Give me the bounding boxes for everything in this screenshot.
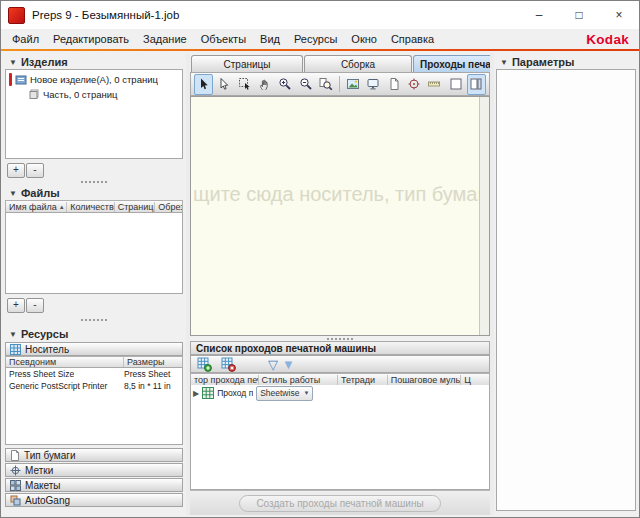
maximize-button[interactable]: □: [559, 1, 599, 29]
products-files-splitter[interactable]: [81, 181, 107, 183]
marquee-icon: [238, 77, 252, 91]
canvas-list-splitter[interactable]: [327, 338, 353, 340]
create-press-runs-button[interactable]: Создать проходы печатной машины: [239, 495, 440, 512]
column-signatures[interactable]: Тетради: [338, 375, 388, 385]
brand-accent-line: [1, 49, 639, 51]
product-icon: [15, 74, 27, 86]
kodak-logo: Kodak: [586, 32, 635, 47]
remove-file-button[interactable]: -: [26, 298, 44, 313]
pan-tool-button[interactable]: [255, 74, 274, 95]
canvas-vertical-scrollbar[interactable]: [479, 97, 489, 335]
window-title: Preps 9 - Безымянный-1.job: [32, 9, 179, 21]
add-press-run-button[interactable]: [194, 355, 214, 373]
files-section-header[interactable]: ▼ Файлы: [9, 187, 60, 199]
monitor-view-button[interactable]: [363, 74, 382, 95]
select-tool-button[interactable]: [194, 74, 213, 95]
menu-item-objects[interactable]: Объекты: [194, 31, 253, 47]
remove-product-button[interactable]: -: [26, 163, 44, 178]
resources-section-header[interactable]: ▼ Ресурсы: [9, 328, 68, 340]
split-view-toggle-button[interactable]: [467, 74, 486, 95]
resources-group-label: Носитель: [25, 344, 69, 355]
files-column-name[interactable]: Имя файла▲: [6, 202, 67, 212]
registration-button[interactable]: [404, 74, 423, 95]
resources-group-label: AutoGang: [25, 495, 70, 506]
menu-item-edit[interactable]: Редактировать: [46, 31, 136, 47]
center-right-splitter[interactable]: [490, 53, 494, 515]
ruler-icon: [427, 77, 441, 91]
page-view-button[interactable]: [384, 74, 403, 95]
zoom-in-tool-button[interactable]: [276, 74, 295, 95]
press-run-row[interactable]: ▶ Проход пе Sheetwise ▼: [191, 385, 489, 401]
zoom-fit-icon: [319, 77, 333, 91]
menu-item-window[interactable]: Окно: [344, 31, 384, 47]
press-run-table-body: ▶ Проход пе Sheetwise ▼: [190, 385, 490, 490]
media-row[interactable]: Generic PostScript Printer 8,5 in * 11 i…: [6, 380, 182, 392]
resources-group-label: Тип бумаги: [24, 450, 76, 461]
products-section-label: Изделия: [21, 56, 68, 68]
tab-label: Проходы печатной машины: [420, 59, 490, 70]
products-section-header[interactable]: ▼ Изделия: [9, 56, 68, 68]
tree-item-product[interactable]: Новое изделие(A), 0 страниц: [6, 70, 182, 86]
resources-group-templates[interactable]: Макеты: [5, 478, 183, 492]
preview-mode-button[interactable]: [343, 74, 362, 95]
move-down-filled-icon[interactable]: ▼: [282, 358, 295, 371]
sort-ascending-icon: ▲: [59, 204, 65, 210]
files-column-trim[interactable]: Обрезк: [155, 202, 182, 212]
add-product-button[interactable]: +: [7, 163, 25, 178]
zoom-in-icon: [278, 77, 292, 91]
tree-item-part[interactable]: Часть, 0 страниц: [6, 86, 182, 100]
files-column-pages[interactable]: Страницы: [115, 202, 156, 212]
delete-press-run-icon: [221, 357, 236, 372]
column-press-run-id[interactable]: тор прохода печат: [191, 375, 259, 385]
marquee-tool-button[interactable]: [235, 74, 254, 95]
white-cursor-icon: [217, 77, 231, 91]
press-run-canvas[interactable]: щите сюда носитель, тип бумаги или ш: [190, 96, 490, 336]
direct-select-tool-button[interactable]: [214, 74, 233, 95]
files-resources-splitter[interactable]: [81, 319, 107, 321]
menu-item-resources[interactable]: Ресурсы: [287, 31, 344, 47]
row-expander-icon[interactable]: ▶: [193, 389, 199, 398]
zoom-fit-tool-button[interactable]: [317, 74, 336, 95]
chevron-down-icon: ▼: [303, 390, 309, 396]
window-controls: – □ ×: [519, 1, 639, 29]
column-step-repeat[interactable]: Пошаговое мульти: [388, 375, 462, 385]
work-style-value: Sheetwise: [260, 388, 299, 398]
media-column-sizes[interactable]: Размеры: [124, 357, 182, 367]
menu-item-help[interactable]: Справка: [384, 31, 441, 47]
parameters-panel[interactable]: [496, 69, 636, 511]
page-icon: [387, 77, 401, 91]
delete-press-run-button[interactable]: [218, 355, 238, 373]
tab-pages[interactable]: Страницы: [191, 55, 303, 72]
files-section-label: Файлы: [21, 187, 60, 199]
resources-group-autogang[interactable]: AutoGang: [5, 493, 183, 507]
ruler-button[interactable]: [425, 74, 444, 95]
zoom-out-tool-button[interactable]: [296, 74, 315, 95]
files-list[interactable]: [5, 212, 183, 294]
zoom-out-icon: [299, 77, 313, 91]
collapse-triangle-icon: ▼: [9, 330, 17, 339]
work-style-select[interactable]: Sheetwise ▼: [256, 386, 313, 401]
resources-group-media[interactable]: Носитель: [5, 342, 183, 356]
column-work-style[interactable]: Стиль работы: [259, 375, 338, 385]
files-column-count[interactable]: Количество: [67, 202, 114, 212]
tab-press-runs[interactable]: Проходы печатной машины: [413, 55, 490, 72]
products-tree[interactable]: Новое изделие(A), 0 страниц Часть, 0 стр…: [5, 69, 183, 159]
menu-item-job[interactable]: Задание: [136, 31, 194, 47]
resources-group-marks[interactable]: Метки: [5, 463, 183, 477]
close-button[interactable]: ×: [599, 1, 639, 29]
resources-section-label: Ресурсы: [21, 328, 68, 340]
media-table-body[interactable]: Press Sheet Size Press Sheet Generic Pos…: [5, 367, 183, 445]
menu-item-file[interactable]: Файл: [5, 31, 46, 47]
parameters-section-header[interactable]: ▼ Параметры: [500, 56, 574, 68]
media-column-alias[interactable]: Псевдоним: [6, 357, 124, 367]
minimize-button[interactable]: –: [519, 1, 559, 29]
media-row[interactable]: Press Sheet Size Press Sheet: [6, 368, 182, 380]
add-file-button[interactable]: +: [7, 298, 25, 313]
move-down-outline-icon[interactable]: ▽: [268, 358, 278, 371]
resources-group-paper-type[interactable]: Тип бумаги: [5, 448, 183, 462]
single-view-toggle-button[interactable]: [446, 74, 465, 95]
select-cursor-icon: [197, 77, 211, 91]
column-colors[interactable]: Ц: [461, 375, 489, 385]
menu-item-view[interactable]: Вид: [253, 31, 287, 47]
tab-assembly[interactable]: Сборка: [304, 55, 412, 72]
